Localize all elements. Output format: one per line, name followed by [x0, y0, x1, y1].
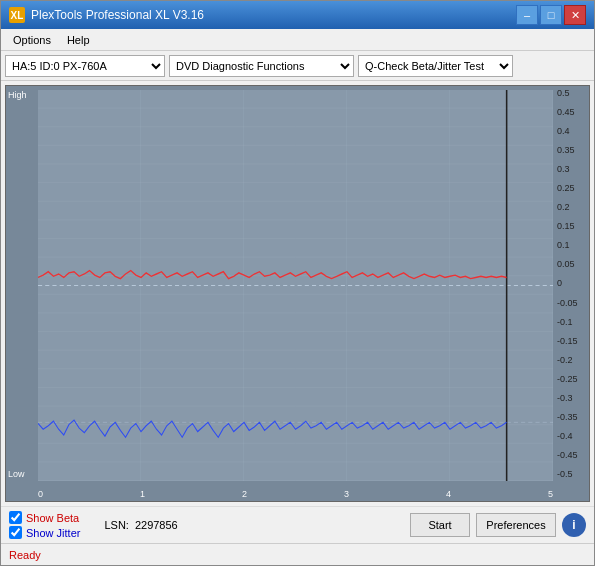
- app-icon: XL: [9, 7, 25, 23]
- x-axis: 0 1 2 3 4 5: [38, 489, 553, 499]
- lsn-value: 2297856: [135, 519, 178, 531]
- show-jitter-row: Show Jitter: [9, 526, 80, 539]
- info-button[interactable]: i: [562, 513, 586, 537]
- menu-options[interactable]: Options: [5, 32, 59, 48]
- main-window: XL PlexTools Professional XL V3.16 – □ ✕…: [0, 0, 595, 566]
- right-buttons: Start Preferences i: [410, 513, 586, 537]
- show-jitter-checkbox[interactable]: [9, 526, 22, 539]
- content-area: High Low 0.5 0.45 0.4 0.35 0.3 0.25 0.2 …: [1, 81, 594, 506]
- show-beta-checkbox[interactable]: [9, 511, 22, 524]
- maximize-button[interactable]: □: [540, 5, 562, 25]
- y-axis-right: 0.5 0.45 0.4 0.35 0.3 0.25 0.2 0.15 0.1 …: [555, 86, 587, 481]
- title-bar-left: XL PlexTools Professional XL V3.16: [9, 7, 204, 23]
- window-title: PlexTools Professional XL V3.16: [31, 8, 204, 22]
- status-text: Ready: [9, 549, 41, 561]
- chart-svg: [38, 90, 553, 481]
- show-beta-row: Show Beta: [9, 511, 80, 524]
- chart-area: High Low 0.5 0.45 0.4 0.35 0.3 0.25 0.2 …: [5, 85, 590, 502]
- high-label: High: [8, 90, 27, 100]
- status-bar: Ready: [1, 543, 594, 565]
- start-button[interactable]: Start: [410, 513, 470, 537]
- low-label: Low: [8, 469, 25, 479]
- test-select[interactable]: Q-Check Beta/Jitter Test: [358, 55, 513, 77]
- checkboxes: Show Beta Show Jitter: [9, 511, 80, 539]
- drive-select[interactable]: HA:5 ID:0 PX-760A: [5, 55, 165, 77]
- show-jitter-label: Show Jitter: [26, 527, 80, 539]
- show-beta-label: Show Beta: [26, 512, 79, 524]
- lsn-label: LSN:: [104, 519, 128, 531]
- window-controls: – □ ✕: [516, 5, 586, 25]
- minimize-button[interactable]: –: [516, 5, 538, 25]
- chart-inner: [38, 90, 553, 481]
- menu-bar: Options Help: [1, 29, 594, 51]
- menu-help[interactable]: Help: [59, 32, 98, 48]
- close-button[interactable]: ✕: [564, 5, 586, 25]
- function-select[interactable]: DVD Diagnostic Functions: [169, 55, 354, 77]
- lsn-area: LSN: 2297856: [104, 519, 177, 531]
- bottom-controls: Show Beta Show Jitter LSN: 2297856 Start…: [1, 506, 594, 543]
- title-bar: XL PlexTools Professional XL V3.16 – □ ✕: [1, 1, 594, 29]
- preferences-button[interactable]: Preferences: [476, 513, 556, 537]
- toolbar: HA:5 ID:0 PX-760A DVD Diagnostic Functio…: [1, 51, 594, 81]
